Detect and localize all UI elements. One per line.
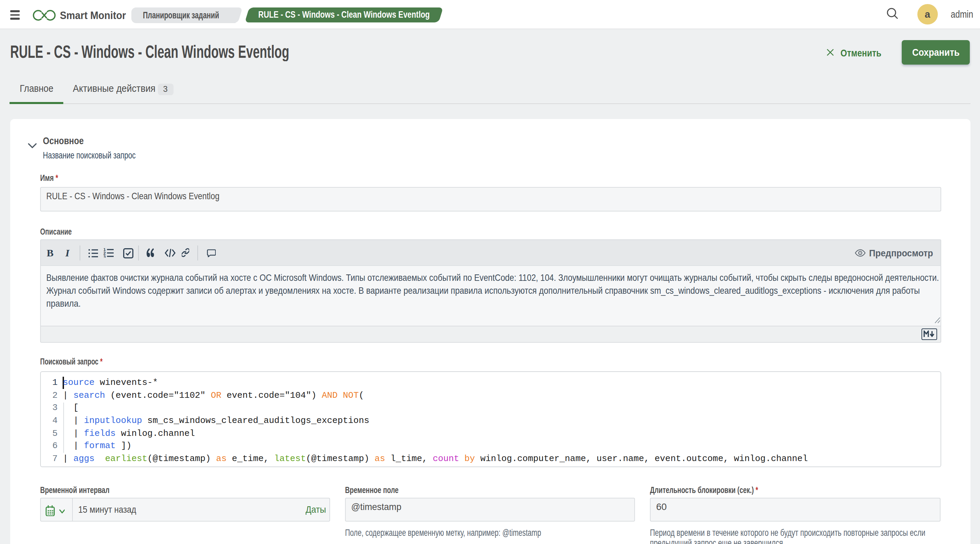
svg-text:3: 3 xyxy=(103,255,105,258)
